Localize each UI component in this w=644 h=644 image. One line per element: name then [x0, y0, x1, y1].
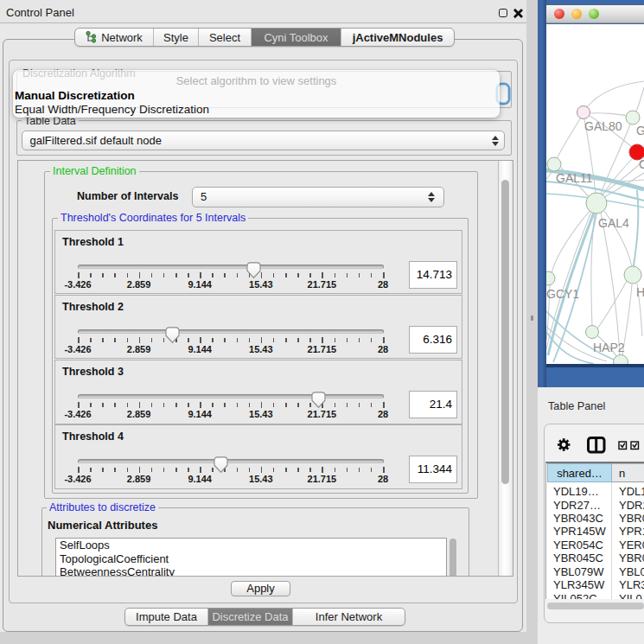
svg-text:GAL11: GAL11: [556, 171, 593, 185]
svg-text:GA: GA: [636, 124, 644, 137]
svg-text:H: H: [636, 285, 644, 299]
svg-text:GAL80: GAL80: [584, 119, 622, 133]
svg-text:C: C: [639, 157, 644, 171]
svg-text:GCY1: GCY1: [546, 287, 579, 301]
svg-text:GAL4: GAL4: [598, 216, 629, 230]
svg-text:HAP2: HAP2: [593, 341, 625, 354]
